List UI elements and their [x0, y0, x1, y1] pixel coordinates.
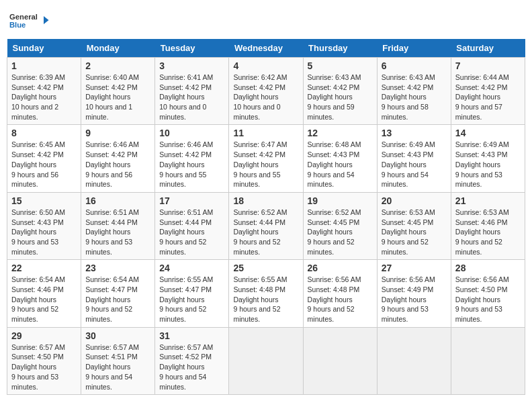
day-number: 24	[159, 263, 224, 273]
daylight-duration: 9 hours and 52 minutes.	[85, 305, 132, 323]
sunrise-label: Sunrise: 6:42 AM	[233, 73, 287, 81]
sunrise-label: Sunrise: 6:45 AM	[11, 140, 65, 148]
sunset-label: Sunset: 4:42 PM	[382, 83, 434, 91]
sunset-label: Sunset: 4:43 PM	[11, 218, 64, 226]
calendar-week-row: 22 Sunrise: 6:54 AM Sunset: 4:46 PM Dayl…	[7, 260, 525, 327]
sunrise-label: Sunrise: 6:56 AM	[382, 275, 435, 283]
daylight-label: Daylight hours	[159, 295, 204, 304]
daylight-label: Daylight hours	[233, 228, 278, 236]
daylight-duration: 9 hours and 52 minutes.	[11, 305, 58, 323]
calendar-table: SundayMondayTuesdayWednesdayThursdayFrid…	[7, 39, 525, 395]
daylight-duration: 9 hours and 54 minutes.	[382, 171, 429, 189]
daylight-label: Daylight hours	[455, 161, 500, 169]
calendar-week-row: 1 Sunrise: 6:39 AM Sunset: 4:42 PM Dayli…	[7, 58, 525, 125]
calendar-cell: 17 Sunrise: 6:51 AM Sunset: 4:44 PM Dayl…	[155, 192, 229, 259]
day-number: 8	[11, 128, 77, 138]
sunrise-label: Sunrise: 6:47 AM	[233, 140, 287, 148]
daylight-duration: 9 hours and 59 minutes.	[308, 103, 355, 121]
sunrise-label: Sunrise: 6:55 AM	[159, 275, 213, 283]
daylight-label: Daylight hours	[85, 93, 130, 101]
svg-marker-2	[44, 16, 49, 24]
sunrise-label: Sunrise: 6:49 AM	[455, 140, 509, 148]
daylight-label: Daylight hours	[11, 93, 56, 101]
daylight-duration: 10 hours and 2 minutes.	[11, 103, 58, 121]
calendar-cell: 21 Sunrise: 6:53 AM Sunset: 4:46 PM Dayl…	[451, 192, 525, 259]
sunset-label: Sunset: 4:42 PM	[233, 150, 285, 158]
day-number: 27	[382, 263, 447, 273]
calendar-cell: 14 Sunrise: 6:49 AM Sunset: 4:43 PM Dayl…	[451, 125, 525, 192]
day-info: Sunrise: 6:44 AM Sunset: 4:42 PM Dayligh…	[455, 73, 521, 122]
sunset-label: Sunset: 4:42 PM	[11, 150, 64, 158]
day-number: 1	[11, 60, 77, 71]
day-info: Sunrise: 6:39 AM Sunset: 4:42 PM Dayligh…	[11, 73, 77, 122]
daylight-duration: 9 hours and 52 minutes.	[159, 305, 206, 323]
daylight-label: Daylight hours	[382, 161, 427, 169]
sunrise-label: Sunrise: 6:51 AM	[85, 208, 139, 216]
daylight-label: Daylight hours	[159, 93, 204, 101]
daylight-duration: 9 hours and 54 minutes.	[85, 373, 132, 391]
day-number: 16	[85, 195, 150, 206]
sunset-label: Sunset: 4:42 PM	[85, 83, 138, 91]
sunset-label: Sunset: 4:50 PM	[11, 353, 64, 361]
day-info: Sunrise: 6:56 AM Sunset: 4:49 PM Dayligh…	[382, 275, 447, 324]
sunset-label: Sunset: 4:45 PM	[308, 218, 360, 226]
sunset-label: Sunset: 4:44 PM	[233, 218, 285, 226]
col-header-sunday: Sunday	[7, 39, 81, 58]
sunrise-label: Sunrise: 6:50 AM	[11, 208, 65, 216]
sunset-label: Sunset: 4:42 PM	[159, 83, 212, 91]
day-info: Sunrise: 6:57 AM Sunset: 4:52 PM Dayligh…	[159, 342, 224, 392]
calendar-cell: 10 Sunrise: 6:46 AM Sunset: 4:42 PM Dayl…	[155, 125, 229, 192]
day-number: 7	[455, 60, 521, 71]
calendar-cell: 9 Sunrise: 6:46 AM Sunset: 4:42 PM Dayli…	[81, 125, 155, 192]
day-info: Sunrise: 6:47 AM Sunset: 4:42 PM Dayligh…	[233, 140, 298, 189]
calendar-cell: 4 Sunrise: 6:42 AM Sunset: 4:42 PM Dayli…	[229, 58, 303, 125]
sunrise-label: Sunrise: 6:40 AM	[85, 73, 139, 81]
calendar-cell: 2 Sunrise: 6:40 AM Sunset: 4:42 PM Dayli…	[81, 58, 155, 125]
sunset-label: Sunset: 4:42 PM	[85, 150, 138, 158]
sunrise-label: Sunrise: 6:48 AM	[308, 140, 361, 148]
svg-text:Blue: Blue	[9, 21, 26, 29]
day-number: 18	[233, 195, 298, 206]
sunset-label: Sunset: 4:44 PM	[159, 218, 212, 226]
sunrise-label: Sunrise: 6:51 AM	[159, 208, 213, 216]
calendar-cell: 8 Sunrise: 6:45 AM Sunset: 4:42 PM Dayli…	[7, 125, 81, 192]
day-number: 20	[382, 195, 447, 206]
daylight-label: Daylight hours	[455, 93, 500, 101]
sunset-label: Sunset: 4:42 PM	[308, 83, 360, 91]
day-info: Sunrise: 6:51 AM Sunset: 4:44 PM Dayligh…	[159, 208, 224, 257]
daylight-label: Daylight hours	[308, 228, 353, 236]
daylight-label: Daylight hours	[159, 161, 204, 169]
calendar-cell	[229, 327, 303, 394]
calendar-cell: 11 Sunrise: 6:47 AM Sunset: 4:42 PM Dayl…	[229, 125, 303, 192]
sunset-label: Sunset: 4:47 PM	[159, 285, 212, 293]
daylight-duration: 9 hours and 52 minutes.	[455, 238, 502, 256]
daylight-label: Daylight hours	[455, 228, 500, 236]
sunset-label: Sunset: 4:52 PM	[159, 353, 212, 361]
daylight-duration: 9 hours and 53 minutes.	[11, 373, 58, 391]
calendar-cell	[377, 327, 451, 394]
day-number: 17	[159, 195, 224, 206]
calendar-cell	[451, 327, 525, 394]
sunrise-label: Sunrise: 6:57 AM	[11, 343, 65, 351]
sunrise-label: Sunrise: 6:46 AM	[85, 140, 139, 148]
sunset-label: Sunset: 4:50 PM	[455, 285, 508, 293]
daylight-label: Daylight hours	[11, 295, 56, 304]
daylight-duration: 9 hours and 58 minutes.	[382, 103, 429, 121]
daylight-duration: 9 hours and 53 minutes.	[455, 171, 502, 189]
day-info: Sunrise: 6:50 AM Sunset: 4:43 PM Dayligh…	[11, 208, 77, 257]
day-info: Sunrise: 6:40 AM Sunset: 4:42 PM Dayligh…	[85, 73, 150, 122]
day-number: 10	[159, 128, 224, 138]
calendar-cell: 31 Sunrise: 6:57 AM Sunset: 4:52 PM Dayl…	[155, 327, 229, 394]
day-info: Sunrise: 6:48 AM Sunset: 4:43 PM Dayligh…	[308, 140, 373, 189]
daylight-duration: 10 hours and 0 minutes.	[159, 103, 206, 121]
day-number: 28	[455, 263, 521, 273]
daylight-duration: 9 hours and 54 minutes.	[308, 171, 355, 189]
day-info: Sunrise: 6:56 AM Sunset: 4:48 PM Dayligh…	[308, 275, 373, 324]
sunrise-label: Sunrise: 6:53 AM	[455, 208, 509, 216]
sunrise-label: Sunrise: 6:54 AM	[11, 275, 65, 283]
calendar-cell: 16 Sunrise: 6:51 AM Sunset: 4:44 PM Dayl…	[81, 192, 155, 259]
calendar-cell: 26 Sunrise: 6:56 AM Sunset: 4:48 PM Dayl…	[303, 260, 377, 327]
sunrise-label: Sunrise: 6:54 AM	[85, 275, 139, 283]
sunrise-label: Sunrise: 6:46 AM	[159, 140, 213, 148]
sunset-label: Sunset: 4:47 PM	[85, 285, 138, 293]
